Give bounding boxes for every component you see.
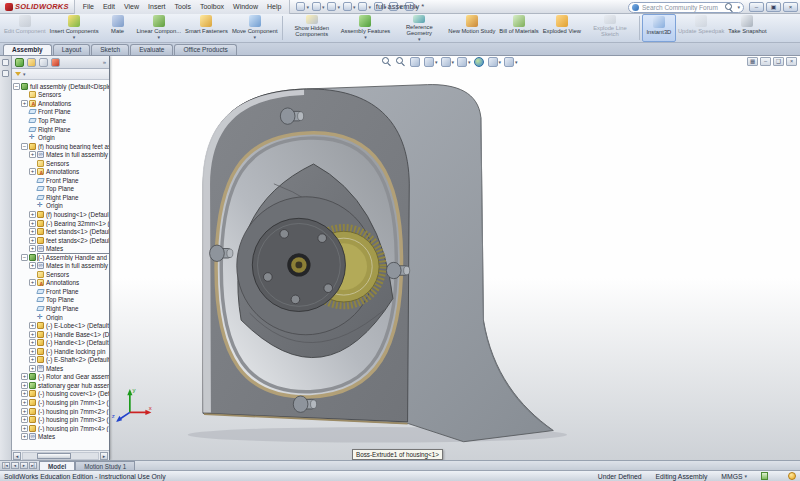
tree-item[interactable]: Origin [12, 202, 109, 211]
graphics-viewport[interactable]: y x z ▾ ▾ ▾ [110, 56, 800, 460]
tree-item[interactable]: Top Plane [12, 296, 109, 305]
rotary-engine-model[interactable]: y x z [110, 56, 800, 460]
tree-item[interactable]: + (-) housing pin 7mm<2> ( [12, 407, 109, 416]
next-tab-icon[interactable]: ▸ [20, 462, 28, 469]
tree-item[interactable]: Front Plane [12, 108, 109, 117]
tree-item[interactable]: + (-) housing pin 7mm<3> ( [12, 415, 109, 424]
toolbar-button[interactable]: Assembly Features ▾ [339, 14, 393, 42]
pin-panel-icon[interactable] [2, 59, 9, 66]
restore-icon[interactable]: ❑ [773, 57, 784, 66]
tree-item[interactable]: Top Plane [12, 116, 109, 125]
quickbar-item[interactable]: ▾ [312, 2, 325, 11]
view-tool[interactable]: ▾ [457, 57, 471, 67]
menu-item[interactable]: Tools [175, 3, 191, 10]
menu-item[interactable]: Toolbox [200, 3, 224, 10]
quickbar-item[interactable]: ▾ [405, 2, 418, 11]
close-button[interactable]: × [783, 2, 798, 12]
tree-item[interactable]: + stationary gear hub assem [12, 381, 109, 390]
view-tool[interactable]: ▾ [441, 57, 455, 67]
tree-item[interactable]: + (-) housing pin 7mm<1> ( [12, 398, 109, 407]
tree-expander-icon[interactable]: + [21, 100, 28, 107]
tree-expander-icon[interactable]: + [29, 237, 36, 244]
tree-expander-icon[interactable]: + [29, 279, 36, 286]
configuration-manager-icon[interactable] [39, 58, 48, 67]
toolbar-button[interactable]: Insert Components ▾ [48, 14, 101, 42]
tree-item[interactable]: + Annotations [12, 99, 109, 108]
toolbar-button[interactable]: Bill of Materials [497, 14, 540, 42]
bottom-tab[interactable]: Model [39, 461, 75, 470]
tree-expander-icon[interactable]: + [29, 365, 36, 372]
tree-item[interactable]: + Mates in full assembly [12, 150, 109, 159]
tree-expander-icon[interactable]: + [21, 390, 28, 397]
tree-item[interactable]: + (-) E-Lobe<1> (Default [12, 321, 109, 330]
tree-expander-icon[interactable]: + [29, 245, 36, 252]
tree-item[interactable]: + (-) Handle<1> (Default [12, 338, 109, 347]
ribbon-tab[interactable]: Office Products [174, 44, 236, 55]
toolbar-button[interactable]: Reference Geometry ▾ [392, 14, 446, 42]
tree-item[interactable]: + (-) Handle Base<1> (D [12, 330, 109, 339]
appearances-icon[interactable] [51, 58, 60, 67]
scrollbar-thumb[interactable] [37, 453, 71, 459]
rotor-hub[interactable] [252, 218, 345, 311]
toolbar-button[interactable]: Linear Compon... ▾ [135, 14, 183, 42]
ribbon-tab[interactable]: Assembly [3, 44, 52, 55]
tree-expander-icon[interactable]: − [21, 254, 28, 261]
view-tool[interactable] [410, 57, 421, 67]
toolbar-button[interactable]: Mate [101, 14, 135, 42]
tree-item[interactable]: + (-) housing cover<1> (Def [12, 390, 109, 399]
tree-item[interactable]: − full assembly (Default<Disple [12, 82, 109, 91]
quickbar-item[interactable]: ▾ [296, 2, 309, 11]
toolbar-button[interactable]: Move Component ▾ [230, 14, 280, 42]
view-tool[interactable] [396, 57, 407, 67]
chevron-down-icon[interactable]: ▾ [737, 4, 740, 10]
ribbon-tab[interactable]: Sketch [91, 44, 129, 55]
feature-tree-icon[interactable] [15, 58, 24, 67]
tree-item[interactable]: Top Plane [12, 185, 109, 194]
units-selector[interactable]: MMGS ▾ [721, 473, 747, 480]
panel-overflow-icon[interactable]: » [103, 59, 106, 65]
tree-expander-icon[interactable]: + [29, 339, 36, 346]
tree-expander-icon[interactable]: + [21, 382, 28, 389]
quickbar-item[interactable]: ▾ [389, 2, 402, 11]
tree-item[interactable]: − (f) housing bearing feet as [12, 142, 109, 151]
toolbar-button[interactable]: Explode Line Sketch [583, 14, 637, 42]
quick-tips-icon[interactable] [788, 472, 796, 480]
tree-expander-icon[interactable]: + [21, 408, 28, 415]
tree-expander-icon[interactable]: + [21, 373, 28, 380]
tree-item[interactable]: + feet stands<2> (Defaul [12, 236, 109, 245]
tree-item[interactable]: Origin [12, 133, 109, 142]
tree-expander-icon[interactable]: + [29, 356, 36, 363]
search-input[interactable]: Search Community Forum ▾ [628, 2, 744, 13]
last-tab-icon[interactable]: ▸| [29, 462, 37, 469]
tree-expander-icon[interactable]: + [21, 433, 28, 440]
tree-item[interactable]: Right Plane [12, 193, 109, 202]
minimize-button[interactable]: – [749, 2, 764, 12]
view-tool[interactable] [474, 57, 485, 67]
view-tool[interactable]: ▾ [488, 57, 502, 67]
document-status-icon[interactable] [761, 472, 768, 480]
tree-item[interactable]: Front Plane [12, 176, 109, 185]
toolbar-button[interactable]: Instant3D [642, 14, 676, 42]
minimize-icon[interactable]: – [760, 57, 771, 66]
view-tool[interactable]: ▾ [504, 57, 518, 67]
toolbar-button[interactable]: Edit Component [2, 14, 48, 42]
first-tab-icon[interactable]: |◂ [2, 462, 10, 469]
menu-item[interactable]: File [83, 3, 94, 10]
tree-expander-icon[interactable]: + [29, 228, 36, 235]
tree-expander-icon[interactable]: + [29, 211, 36, 218]
view-tool[interactable]: ▾ [424, 57, 438, 67]
ribbon-tab[interactable]: Layout [53, 44, 91, 55]
tree-expander-icon[interactable]: − [13, 83, 20, 90]
tree-item[interactable]: Sensors [12, 270, 109, 279]
property-manager-icon[interactable] [27, 58, 36, 67]
quickbar-item[interactable]: ▾ [343, 2, 356, 11]
tree-item[interactable]: − (-) Assembly Handle and S [12, 253, 109, 262]
scroll-left-icon[interactable]: ◂ [13, 452, 21, 460]
close-icon[interactable]: × [786, 57, 797, 66]
tree-item[interactable]: + (f) housing<1> (Defaul [12, 210, 109, 219]
view-tool[interactable] [382, 57, 393, 67]
scrollbar-track[interactable] [22, 452, 99, 460]
tree-item[interactable]: Front Plane [12, 287, 109, 296]
tree-item[interactable]: + Annotations [12, 167, 109, 176]
tree-item[interactable]: + Annotations [12, 279, 109, 288]
